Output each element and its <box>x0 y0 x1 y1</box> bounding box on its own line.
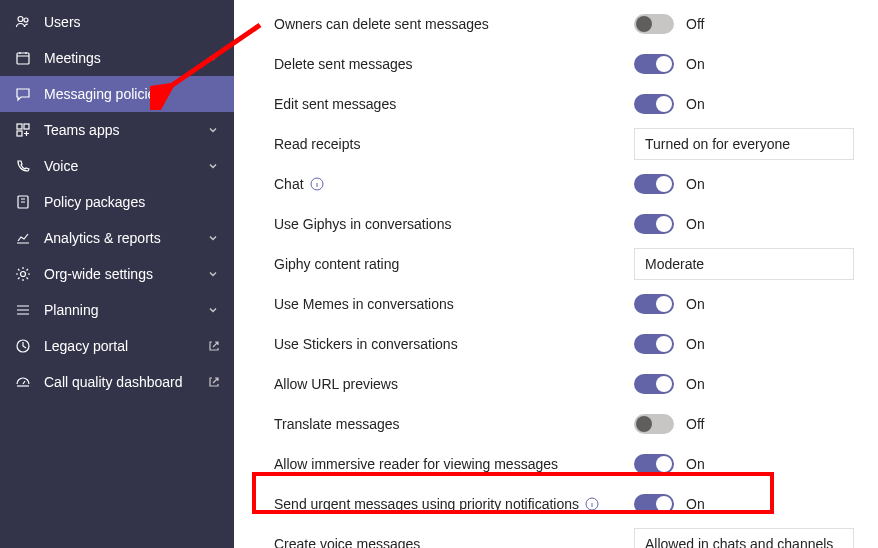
setting-label: Owners can delete sent messages <box>274 16 489 32</box>
toggle-state: Off <box>686 16 704 32</box>
sidebar-item-label: Messaging policies <box>44 86 220 102</box>
setting-label: Allow URL previews <box>274 376 398 392</box>
sidebar-item-teams-apps[interactable]: Teams apps <box>0 112 234 148</box>
toggle-memes[interactable] <box>634 294 674 314</box>
toggle-immersive-reader[interactable] <box>634 454 674 474</box>
setting-label: Use Memes in conversations <box>274 296 454 312</box>
package-icon <box>14 194 32 210</box>
sidebar-item-meetings[interactable]: Meetings <box>0 40 234 76</box>
setting-label: Allow immersive reader for viewing messa… <box>274 456 558 472</box>
toggle-state: Off <box>686 416 704 432</box>
setting-edit-sent: Edit sent messages On <box>254 84 878 124</box>
sidebar-item-policy-packages[interactable]: Policy packages <box>0 184 234 220</box>
setting-url-previews: Allow URL previews On <box>254 364 878 404</box>
setting-stickers: Use Stickers in conversations On <box>254 324 878 364</box>
analytics-icon <box>14 230 32 246</box>
sidebar-item-label: Meetings <box>44 50 206 66</box>
external-link-icon <box>208 376 220 388</box>
settings-panel: Owners can delete sent messages Off Dele… <box>234 0 878 548</box>
setting-urgent-priority: Send urgent messages using priority noti… <box>254 484 878 524</box>
toggle-urgent-priority[interactable] <box>634 494 674 514</box>
toggle-state: On <box>686 176 705 192</box>
setting-chat: Chat On <box>254 164 878 204</box>
chevron-down-icon <box>206 125 220 135</box>
setting-label: Send urgent messages using priority noti… <box>274 496 579 512</box>
toggle-url-previews[interactable] <box>634 374 674 394</box>
gear-icon <box>14 266 32 282</box>
setting-label: Edit sent messages <box>274 96 396 112</box>
select-read-receipts[interactable]: Turned on for everyone <box>634 128 854 160</box>
toggle-chat[interactable] <box>634 174 674 194</box>
sidebar-item-call-quality[interactable]: Call quality dashboard <box>0 364 234 400</box>
toggle-state: On <box>686 456 705 472</box>
setting-label: Read receipts <box>274 136 360 152</box>
sidebar-item-legacy-portal[interactable]: Legacy portal <box>0 328 234 364</box>
setting-label: Use Stickers in conversations <box>274 336 458 352</box>
setting-delete-sent: Delete sent messages On <box>254 44 878 84</box>
sidebar-item-users[interactable]: Users <box>0 4 234 40</box>
sidebar-item-label: Teams apps <box>44 122 206 138</box>
svg-point-0 <box>18 17 23 22</box>
sidebar-item-planning[interactable]: Planning <box>0 292 234 328</box>
setting-read-receipts: Read receipts Turned on for everyone <box>254 124 878 164</box>
sidebar: Users Meetings Messaging policies <box>0 0 234 548</box>
chevron-down-icon <box>206 269 220 279</box>
toggle-owners-delete[interactable] <box>634 14 674 34</box>
legacy-icon <box>14 338 32 354</box>
svg-point-1 <box>24 18 28 22</box>
select-voice-messages[interactable]: Allowed in chats and channels <box>634 528 854 548</box>
chevron-down-icon <box>206 161 220 171</box>
toggle-state: On <box>686 336 705 352</box>
sidebar-item-label: Legacy portal <box>44 338 202 354</box>
info-icon[interactable] <box>310 177 324 191</box>
external-link-icon <box>208 340 220 352</box>
sidebar-item-label: Org-wide settings <box>44 266 206 282</box>
setting-label: Translate messages <box>274 416 400 432</box>
toggle-state: On <box>686 496 705 512</box>
calendar-icon <box>14 50 32 66</box>
svg-rect-5 <box>17 131 22 136</box>
setting-label: Use Giphys in conversations <box>274 216 451 232</box>
info-icon[interactable] <box>585 497 599 511</box>
sidebar-item-analytics[interactable]: Analytics & reports <box>0 220 234 256</box>
users-icon <box>14 14 32 30</box>
toggle-delete-sent[interactable] <box>634 54 674 74</box>
chat-icon <box>14 86 32 102</box>
sidebar-item-label: Call quality dashboard <box>44 374 202 390</box>
sidebar-item-label: Analytics & reports <box>44 230 206 246</box>
sidebar-item-messaging-policies[interactable]: Messaging policies <box>0 76 234 112</box>
dashboard-icon <box>14 374 32 390</box>
sidebar-item-label: Planning <box>44 302 206 318</box>
phone-icon <box>14 158 32 174</box>
sidebar-item-label: Users <box>44 14 220 30</box>
planning-icon <box>14 302 32 318</box>
sidebar-item-label: Policy packages <box>44 194 220 210</box>
toggle-state: On <box>686 96 705 112</box>
chevron-down-icon <box>206 233 220 243</box>
select-giphy-rating[interactable]: Moderate <box>634 248 854 280</box>
setting-memes: Use Memes in conversations On <box>254 284 878 324</box>
setting-immersive-reader: Allow immersive reader for viewing messa… <box>254 444 878 484</box>
setting-label: Delete sent messages <box>274 56 413 72</box>
svg-rect-3 <box>17 124 22 129</box>
toggle-stickers[interactable] <box>634 334 674 354</box>
chevron-down-icon <box>206 53 220 63</box>
setting-giphys: Use Giphys in conversations On <box>254 204 878 244</box>
setting-label: Create voice messages <box>274 536 420 548</box>
toggle-giphys[interactable] <box>634 214 674 234</box>
toggle-state: On <box>686 216 705 232</box>
toggle-edit-sent[interactable] <box>634 94 674 114</box>
svg-point-7 <box>21 272 26 277</box>
svg-rect-2 <box>17 53 29 64</box>
chevron-down-icon <box>206 305 220 315</box>
apps-icon <box>14 122 32 138</box>
sidebar-item-org-wide[interactable]: Org-wide settings <box>0 256 234 292</box>
sidebar-item-label: Voice <box>44 158 206 174</box>
setting-voice-messages: Create voice messages Allowed in chats a… <box>254 524 878 548</box>
setting-owners-delete: Owners can delete sent messages Off <box>254 4 878 44</box>
setting-translate: Translate messages Off <box>254 404 878 444</box>
toggle-state: On <box>686 376 705 392</box>
sidebar-item-voice[interactable]: Voice <box>0 148 234 184</box>
toggle-translate[interactable] <box>634 414 674 434</box>
setting-label: Chat <box>274 176 304 192</box>
